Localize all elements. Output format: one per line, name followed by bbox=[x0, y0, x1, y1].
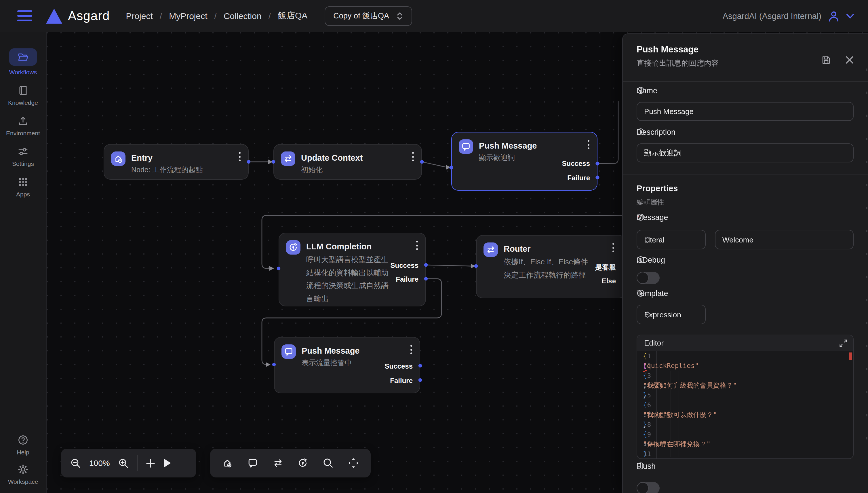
info-icon bbox=[637, 213, 645, 221]
editor-line[interactable]: 11 } bbox=[637, 449, 853, 459]
grid-icon bbox=[17, 176, 29, 188]
port-failure[interactable]: Failure bbox=[567, 174, 590, 182]
node-title: Push Message bbox=[479, 140, 537, 151]
folder-icon bbox=[17, 51, 29, 63]
node-subtitle: 表示流量控管中 bbox=[302, 358, 360, 369]
sidebar-item-settings[interactable]: Settings bbox=[12, 146, 34, 167]
save-icon[interactable] bbox=[821, 55, 831, 65]
user-icon[interactable] bbox=[828, 10, 840, 22]
breadcrumb: Project / MyProject / Collection / 飯店QA bbox=[126, 10, 307, 21]
node-router[interactable]: Router 依據If、Else If、Else條件決定工作流程執行的路徑 是客… bbox=[476, 235, 626, 298]
menu-icon[interactable] bbox=[17, 8, 32, 24]
port-is-customer-service[interactable]: 是客服 bbox=[595, 263, 616, 273]
entry-node-tool-icon[interactable] bbox=[222, 457, 233, 469]
editor-line[interactable]: 8 }, bbox=[637, 420, 853, 430]
zoom-toolbar: 100% bbox=[61, 449, 196, 477]
description-input[interactable]: 顯示歡迎詞 bbox=[637, 144, 853, 163]
breadcrumb-project[interactable]: Project bbox=[126, 11, 153, 21]
node-subtitle: 初始化 bbox=[301, 165, 363, 176]
sidebar-item-apps[interactable]: Apps bbox=[16, 176, 30, 197]
sidebar-item-workspace[interactable]: Workspace bbox=[8, 464, 38, 485]
sidebar-item-workflows[interactable]: Workflows bbox=[9, 48, 37, 76]
node-menu-icon[interactable] bbox=[416, 241, 419, 252]
push-message-node-icon bbox=[459, 140, 473, 154]
node-update-context[interactable]: Update Context 初始化 bbox=[273, 144, 422, 180]
node-llm-completion[interactable]: LLM Completion 呼叫大型語言模型並產生結構化的資料輸出以輔助流程的… bbox=[279, 233, 426, 306]
node-menu-icon[interactable] bbox=[412, 152, 415, 163]
editor-line[interactable]: 6 { bbox=[637, 400, 853, 410]
close-icon[interactable] bbox=[845, 55, 854, 65]
info-icon bbox=[637, 256, 645, 264]
template-type-select[interactable]: Expression bbox=[637, 305, 706, 324]
isdebug-toggle[interactable] bbox=[637, 272, 660, 284]
help-icon bbox=[17, 434, 29, 446]
port-success[interactable]: Success bbox=[562, 159, 590, 168]
sliders-icon bbox=[17, 146, 29, 157]
node-push-message-throttle[interactable]: Push Message 表示流量控管中 Success Failure bbox=[274, 337, 420, 393]
add-node-button[interactable] bbox=[146, 458, 155, 468]
panel-scrollbar[interactable] bbox=[866, 68, 867, 460]
editor-line[interactable]: 1{ bbox=[637, 351, 853, 361]
sidebar-item-help[interactable]: Help bbox=[17, 434, 29, 455]
message-value-input[interactable]: Welcome bbox=[715, 230, 853, 250]
top-bar: Asgard Project / MyProject / Collection … bbox=[0, 0, 868, 32]
port-failure[interactable]: Failure bbox=[390, 377, 413, 385]
book-icon bbox=[17, 85, 29, 96]
editor-line[interactable]: 10 "text": "兌換券在哪裡兌換？" bbox=[637, 440, 853, 449]
breadcrumb-current[interactable]: 飯店QA bbox=[278, 10, 307, 21]
editor-line[interactable]: 3 { bbox=[637, 371, 853, 381]
sidebar-item-knowledge[interactable]: Knowledge bbox=[8, 85, 38, 106]
zoom-out-button[interactable] bbox=[70, 457, 81, 469]
properties-subheading: 編輯屬性 bbox=[637, 197, 664, 207]
editor-code-area[interactable]: 1{2 "quickReplies": [3 {4 "text": "我要如何升… bbox=[637, 351, 853, 459]
info-icon bbox=[637, 289, 645, 297]
llm-tool-icon[interactable] bbox=[297, 457, 309, 469]
workflow-version-select[interactable]: Copy of 飯店QA bbox=[325, 6, 412, 26]
node-push-message-welcome[interactable]: Push Message 顯示歡迎詞 Success Failure bbox=[451, 132, 598, 191]
gear-icon bbox=[17, 464, 29, 475]
node-title: LLM Completion bbox=[306, 240, 394, 252]
editor-label: Editor bbox=[644, 339, 664, 347]
node-menu-icon[interactable] bbox=[410, 345, 413, 356]
breadcrumb-myproject[interactable]: MyProject bbox=[169, 11, 207, 21]
llm-node-icon bbox=[286, 240, 301, 255]
editor-line[interactable]: 5 }, bbox=[637, 390, 853, 400]
breadcrumb-collection[interactable]: Collection bbox=[224, 11, 262, 21]
push-message-tool-icon[interactable] bbox=[247, 457, 259, 469]
node-entry[interactable]: Entry Node: 工作流程的起點 bbox=[104, 144, 249, 180]
sidebar-item-environment[interactable]: Environment bbox=[6, 115, 40, 136]
info-icon bbox=[637, 128, 645, 136]
info-icon bbox=[637, 462, 645, 470]
zoom-in-button[interactable] bbox=[118, 457, 129, 469]
node-title: Update Context bbox=[301, 151, 363, 164]
template-editor[interactable]: Editor 1{2 "quickReplies": [3 {4 "text":… bbox=[637, 335, 853, 459]
name-input[interactable]: Push Message bbox=[637, 102, 853, 121]
zoom-level: 100% bbox=[89, 458, 110, 468]
fit-view-icon[interactable] bbox=[348, 457, 359, 469]
editor-line[interactable]: 9 { bbox=[637, 430, 853, 440]
editor-line[interactable]: 4 "text": "我要如何升級我的會員資格？", bbox=[637, 381, 853, 390]
properties-heading: Properties bbox=[637, 184, 678, 193]
editor-line[interactable]: 7 "text": "我的點數可以做什麼？" bbox=[637, 410, 853, 420]
node-menu-icon[interactable] bbox=[588, 140, 590, 151]
panel-title: Push Message bbox=[637, 44, 698, 55]
panel-subtitle: 直接輸出訊息的回應內容 bbox=[637, 58, 719, 68]
search-icon[interactable] bbox=[322, 457, 334, 469]
flush-toggle[interactable] bbox=[637, 482, 660, 493]
port-failure[interactable]: Failure bbox=[396, 275, 419, 283]
port-success[interactable]: Success bbox=[391, 261, 419, 270]
node-title: Entry bbox=[131, 151, 203, 164]
message-type-select[interactable]: Literal bbox=[637, 230, 706, 250]
port-else[interactable]: Else bbox=[602, 277, 616, 285]
node-palette-toolbar bbox=[210, 449, 371, 477]
node-menu-icon[interactable] bbox=[613, 243, 615, 254]
node-menu-icon[interactable] bbox=[239, 152, 241, 163]
update-context-tool-icon[interactable] bbox=[272, 457, 284, 469]
run-workflow-button[interactable] bbox=[163, 458, 172, 468]
port-success[interactable]: Success bbox=[385, 362, 413, 370]
expand-icon[interactable] bbox=[839, 339, 847, 347]
editor-line[interactable]: 2 "quickReplies": [ bbox=[637, 361, 853, 371]
node-subtitle: 呼叫大型語言模型並產生結構化的資料輸出以輔助流程的決策或生成自然語言輸出 bbox=[306, 253, 394, 305]
upload-icon bbox=[17, 115, 29, 127]
chevron-down-icon[interactable] bbox=[846, 13, 854, 19]
